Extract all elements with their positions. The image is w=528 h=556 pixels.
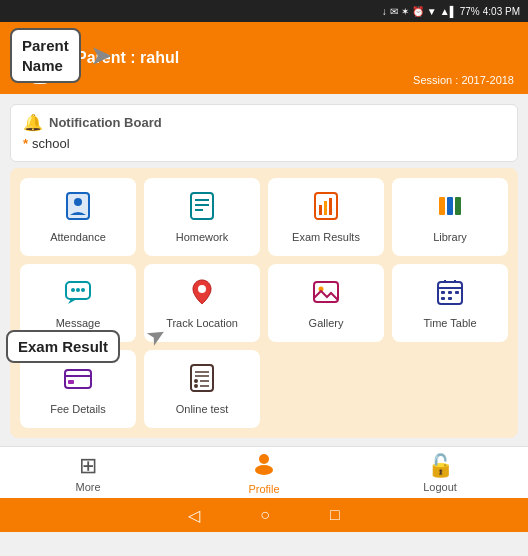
home-button[interactable]: ○ xyxy=(260,506,270,524)
back-button[interactable]: ◁ xyxy=(188,506,200,525)
attendance-button[interactable]: Attendance xyxy=(20,178,136,256)
fee-details-icon xyxy=(63,363,93,398)
library-label: Library xyxy=(433,231,467,244)
fee-details-label: Fee Details xyxy=(50,403,106,416)
library-icon xyxy=(435,191,465,226)
svg-rect-30 xyxy=(455,291,459,294)
svg-rect-31 xyxy=(441,297,445,300)
svg-rect-15 xyxy=(447,197,453,215)
svg-rect-36 xyxy=(191,365,213,391)
notification-content: *school xyxy=(23,136,505,151)
homework-label: Homework xyxy=(176,231,229,244)
main-content: Attendance Homework Exam Results Library xyxy=(10,168,518,438)
profile-label: Profile xyxy=(248,483,279,495)
homework-button[interactable]: Homework xyxy=(144,178,260,256)
svg-point-43 xyxy=(259,454,269,464)
attendance-label: Attendance xyxy=(50,231,106,244)
svg-rect-12 xyxy=(324,201,327,215)
online-test-icon xyxy=(187,363,217,398)
track-location-label: Track Location xyxy=(166,317,238,330)
svg-rect-16 xyxy=(455,197,461,215)
svg-rect-35 xyxy=(68,380,74,384)
svg-rect-22 xyxy=(314,282,338,302)
svg-rect-33 xyxy=(65,370,91,388)
more-label: More xyxy=(75,481,100,493)
nav-logout[interactable]: 🔓 Logout xyxy=(352,447,528,498)
callout-parent-name: ParentName ➤ xyxy=(10,28,81,83)
track-location-icon xyxy=(187,277,217,312)
svg-rect-29 xyxy=(448,291,452,294)
svg-rect-32 xyxy=(448,297,452,300)
exam-results-label: Exam Results xyxy=(292,231,360,244)
svg-rect-28 xyxy=(441,291,445,294)
home-bar: ◁ ○ □ xyxy=(0,498,528,532)
arrow-right-icon: ➤ xyxy=(91,42,111,70)
svg-point-21 xyxy=(198,285,206,293)
grid-row1: Attendance Homework Exam Results Library xyxy=(20,178,508,256)
status-icons: ↓ ✉ ✶ ⏰ ▼ ▲▌ 77% 4:03 PM xyxy=(382,6,520,17)
svg-point-19 xyxy=(76,288,80,292)
time-table-label: Time Table xyxy=(423,317,476,330)
nav-profile[interactable]: Profile xyxy=(176,447,352,498)
notification-title: 🔔 Notification Board xyxy=(23,113,505,132)
svg-point-18 xyxy=(71,288,75,292)
online-test-button[interactable]: Online test xyxy=(144,350,260,428)
logout-icon: 🔓 xyxy=(427,453,454,479)
battery-level: 77% xyxy=(460,6,480,17)
gallery-label: Gallery xyxy=(309,317,344,330)
svg-rect-11 xyxy=(319,205,322,215)
svg-rect-13 xyxy=(329,198,332,215)
session-label: Session : 2017-2018 xyxy=(413,74,514,86)
recent-button[interactable]: □ xyxy=(330,506,340,524)
nav-bar: ⊞ More Profile 🔓 Logout xyxy=(0,446,528,498)
exam-results-button[interactable]: Exam Results xyxy=(268,178,384,256)
svg-point-44 xyxy=(255,465,273,475)
notification-icon: 🔔 xyxy=(23,113,43,132)
time-table-icon xyxy=(435,277,465,312)
message-icon xyxy=(63,277,93,312)
message-label: Message xyxy=(56,317,101,330)
time-table-button[interactable]: Time Table xyxy=(392,264,508,342)
online-test-label: Online test xyxy=(176,403,229,416)
svg-point-41 xyxy=(194,384,198,388)
time: 4:03 PM xyxy=(483,6,520,17)
gallery-button[interactable]: Gallery xyxy=(268,264,384,342)
gallery-icon xyxy=(311,277,341,312)
library-button[interactable]: Library xyxy=(392,178,508,256)
svg-point-5 xyxy=(74,198,82,206)
profile-icon xyxy=(252,451,276,481)
homework-icon xyxy=(187,191,217,226)
exam-results-icon xyxy=(311,191,341,226)
attendance-icon xyxy=(63,191,93,226)
callout-exam-result: Exam Result ➤ xyxy=(6,330,120,363)
svg-point-20 xyxy=(81,288,85,292)
more-icon: ⊞ xyxy=(79,453,97,479)
status-bar: ↓ ✉ ✶ ⏰ ▼ ▲▌ 77% 4:03 PM xyxy=(0,0,528,22)
nav-more[interactable]: ⊞ More xyxy=(0,447,176,498)
logout-label: Logout xyxy=(423,481,457,493)
notification-board: 🔔 Notification Board *school xyxy=(10,104,518,162)
svg-point-39 xyxy=(194,379,198,383)
svg-rect-14 xyxy=(439,197,445,215)
